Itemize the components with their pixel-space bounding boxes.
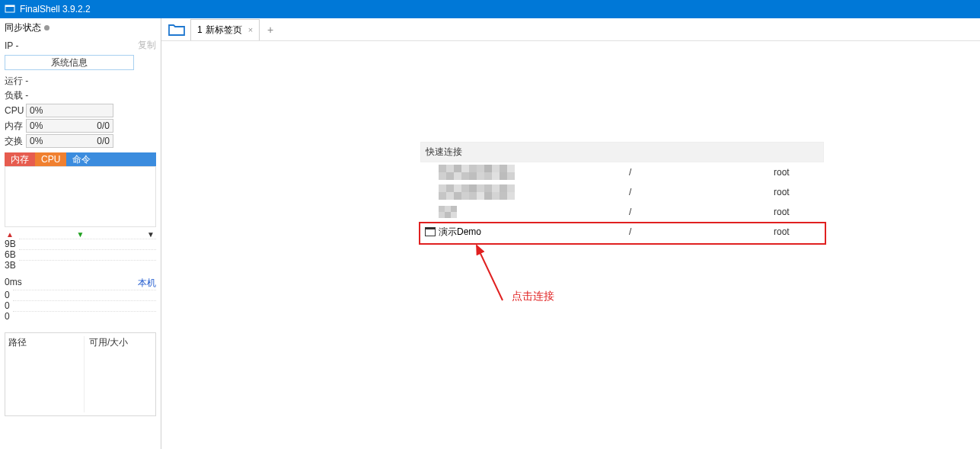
quick-connect-list: / root / root	[420, 162, 824, 242]
quick-connect-panel: 快速连接 / root	[420, 142, 824, 242]
window-title: FinalShell 3.9.2.2	[20, 4, 91, 14]
blurred-name	[439, 165, 515, 180]
tab-command[interactable]: 命令	[66, 152, 156, 166]
add-tab-button[interactable]: +	[260, 19, 281, 40]
tab-index: 1	[197, 24, 203, 35]
page-tab-1[interactable]: 1 新标签页 ×	[190, 19, 260, 40]
disk-col-size: 可用/大小	[85, 336, 152, 412]
title-bar: FinalShell 3.9.2.2	[0, 0, 980, 18]
sidebar: 同步状态 IP - 复制 系统信息 运行 - 负载 - CPU 0% 内存 0%…	[0, 18, 161, 449]
load-label: 负载 -	[5, 89, 156, 102]
blurred-name	[439, 184, 515, 200]
row-path: /	[629, 167, 774, 178]
latency-y-labels: 0 0 0	[5, 290, 10, 322]
swap-meter-value: 0%	[30, 136, 43, 146]
app-icon	[5, 4, 15, 14]
graph-y-labels: 9B 6B 3B	[5, 239, 16, 271]
row-path: /	[629, 187, 774, 197]
quick-connect-header: 快速连接	[420, 142, 824, 162]
tab-bar: 1 新标签页 × +	[161, 18, 980, 41]
row-user: root	[774, 207, 819, 217]
mem-meter: 0% 0/0	[26, 119, 113, 133]
network-graph	[16, 239, 156, 271]
tab-label: 新标签页	[206, 24, 242, 37]
copy-ip-button[interactable]: 复制	[138, 39, 156, 52]
local-label: 本机	[138, 277, 156, 290]
annotation-text: 点击连接	[512, 290, 554, 303]
monitor-tab-strip: 内存 CPU 命令	[5, 152, 156, 166]
tab-cpu[interactable]: CPU	[35, 152, 66, 166]
monitor-panel	[5, 166, 156, 227]
sync-status-dot-icon	[44, 25, 49, 30]
svg-line-2	[477, 245, 503, 300]
row-user: root	[774, 167, 819, 178]
cpu-meter-value: 0%	[30, 105, 43, 116]
ip-label: IP -	[5, 40, 18, 51]
mem-meter-label: 内存	[5, 120, 26, 133]
latency-graph	[10, 290, 156, 322]
main-area: 1 新标签页 × + 快速连接 / root	[161, 18, 980, 449]
annotation-arrow-icon	[466, 239, 512, 310]
disk-panel: 路径 可用/大小	[5, 332, 156, 416]
connection-manager-button[interactable]	[164, 19, 189, 40]
swap-meter: 0% 0/0	[26, 134, 113, 148]
row-path: /	[629, 226, 774, 237]
quick-connect-row[interactable]: / root	[420, 202, 824, 222]
row-user: root	[774, 226, 819, 237]
row-path: /	[629, 207, 774, 217]
cpu-meter-label: CPU	[5, 105, 26, 116]
swap-meter-ratio: 0/0	[97, 136, 110, 146]
system-info-button[interactable]: 系统信息	[5, 55, 134, 70]
mem-meter-value: 0%	[30, 120, 43, 131]
terminal-icon	[425, 227, 436, 236]
mem-meter-ratio: 0/0	[97, 120, 110, 131]
upload-arrow-icon: ▲	[6, 230, 14, 239]
download-arrow-icon: ▼	[77, 230, 85, 239]
tab-memory[interactable]: 内存	[5, 152, 35, 166]
sync-status-row: 同步状态	[5, 21, 156, 34]
latency-value: 0ms	[5, 277, 22, 290]
tab-close-icon[interactable]: ×	[248, 25, 253, 34]
sync-status-label: 同步状态	[5, 21, 41, 34]
system-info-label: 系统信息	[51, 56, 88, 69]
quick-connect-row[interactable]: / root	[420, 182, 824, 202]
row-user: root	[774, 187, 819, 197]
row-name: 演示Demo	[439, 226, 481, 239]
quick-connect-row[interactable]: / root	[420, 162, 824, 182]
cpu-meter: 0%	[26, 104, 113, 117]
neutral-arrow-icon: ▼	[147, 230, 155, 239]
network-speed-row: ▲ ▼ ▼	[5, 230, 156, 239]
running-label: 运行 -	[5, 75, 156, 88]
disk-col-path: 路径	[8, 336, 85, 412]
svg-rect-1	[5, 5, 14, 7]
blurred-name	[439, 206, 461, 218]
swap-meter-label: 交换	[5, 135, 26, 148]
